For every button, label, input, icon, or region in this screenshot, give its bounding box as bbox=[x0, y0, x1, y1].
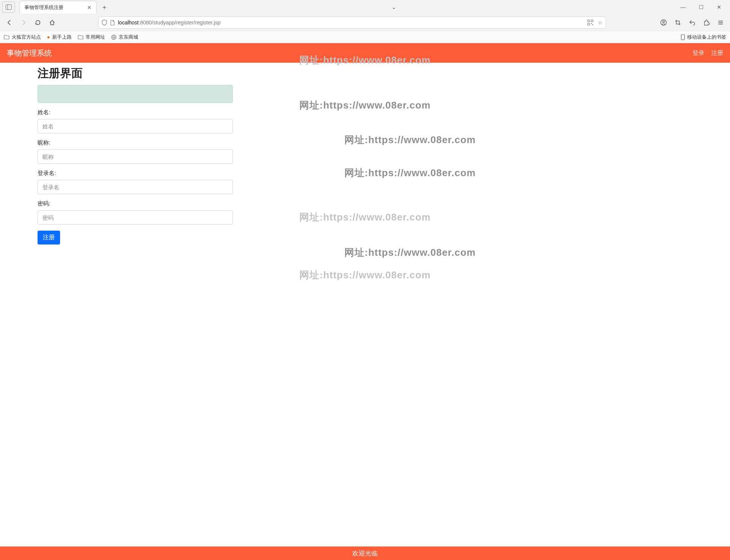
folder-icon bbox=[4, 35, 9, 39]
titlebar: 事物管理系统注册 ✕ ＋ ⌄ — ☐ ✕ bbox=[0, 0, 730, 14]
qr-icon[interactable] bbox=[587, 20, 593, 26]
tab-close-icon[interactable]: ✕ bbox=[87, 5, 92, 11]
page-icon bbox=[110, 20, 115, 26]
bookmark-label: 火狐官方站点 bbox=[12, 34, 41, 41]
name-input[interactable] bbox=[38, 119, 233, 133]
svg-rect-3 bbox=[591, 20, 593, 22]
svg-point-8 bbox=[663, 21, 665, 23]
footer-text: 欢迎光临 bbox=[352, 549, 378, 558]
forward-button[interactable] bbox=[18, 17, 29, 28]
bookmarks-bar: 火狐官方站点 ● 新手上路 常用网址 京东商城 移动设备上的书签 bbox=[0, 31, 730, 43]
bookmark-label: 常用网址 bbox=[86, 34, 105, 41]
page-title: 注册界面 bbox=[38, 66, 233, 81]
address-text: localhost:8080/studyapp/register/registe… bbox=[118, 20, 584, 26]
name-label: 姓名: bbox=[38, 109, 233, 116]
back-button[interactable] bbox=[4, 17, 15, 28]
form-container: 注册界面 姓名: 昵称: 登录名: 密码: 注册 bbox=[38, 63, 233, 245]
bookmark-label: 京东商城 bbox=[119, 34, 138, 41]
nickname-input[interactable] bbox=[38, 149, 233, 164]
bookmark-star-icon[interactable]: ☆ bbox=[598, 20, 603, 26]
svg-rect-0 bbox=[6, 5, 12, 10]
svg-rect-6 bbox=[592, 24, 593, 25]
bookmark-item[interactable]: ● 新手上路 bbox=[47, 34, 72, 41]
maximize-button[interactable]: ☐ bbox=[695, 4, 707, 10]
firefox-icon: ● bbox=[47, 34, 50, 40]
tab-title: 事物管理系统注册 bbox=[24, 4, 83, 11]
site-footer: 欢迎光临 bbox=[0, 546, 730, 560]
bookmark-label: 移动设备上的书签 bbox=[687, 34, 726, 41]
svg-rect-5 bbox=[591, 23, 592, 24]
bookmark-folder[interactable]: 常用网址 bbox=[78, 34, 105, 41]
bookmark-mobile[interactable]: 移动设备上的书签 bbox=[681, 34, 726, 41]
bookmark-folder[interactable]: 火狐官方站点 bbox=[4, 34, 41, 41]
account-icon[interactable] bbox=[658, 17, 669, 28]
svg-point-14 bbox=[683, 39, 683, 39]
nav-link-register[interactable]: 注册 bbox=[711, 49, 723, 57]
page-content: 事物管理系统 登录 注册 网址:https://www.08er.com 网址:… bbox=[0, 43, 730, 560]
extensions-icon[interactable] bbox=[701, 17, 712, 28]
nav-toolbar: localhost:8080/studyapp/register/registe… bbox=[0, 14, 730, 31]
bookmark-item[interactable]: 京东商城 bbox=[111, 34, 138, 41]
password-label: 密码: bbox=[38, 200, 233, 207]
home-button[interactable] bbox=[47, 17, 58, 28]
submit-button[interactable]: 注册 bbox=[38, 231, 60, 245]
globe-icon bbox=[111, 35, 116, 40]
new-tab-button[interactable]: ＋ bbox=[99, 3, 110, 12]
svg-rect-2 bbox=[588, 20, 590, 22]
reload-button[interactable] bbox=[32, 17, 44, 28]
browser-tab[interactable]: 事物管理系统注册 ✕ bbox=[20, 1, 97, 14]
shield-icon bbox=[102, 20, 107, 26]
mobile-icon bbox=[681, 34, 685, 40]
minimize-button[interactable]: — bbox=[677, 4, 689, 10]
address-bar[interactable]: localhost:8080/studyapp/register/registe… bbox=[98, 17, 606, 29]
app-menu-icon[interactable] bbox=[715, 17, 726, 28]
sidebar-toggle-button[interactable] bbox=[2, 2, 15, 13]
login-input[interactable] bbox=[38, 180, 233, 194]
password-input[interactable] bbox=[38, 210, 233, 225]
site-brand: 事物管理系统 bbox=[7, 48, 52, 58]
svg-rect-4 bbox=[588, 23, 590, 25]
nav-link-login[interactable]: 登录 bbox=[692, 49, 704, 57]
folder-icon bbox=[78, 35, 83, 39]
nickname-label: 昵称: bbox=[38, 139, 233, 146]
alert-success bbox=[38, 85, 233, 103]
tabs-dropdown-icon[interactable]: ⌄ bbox=[388, 4, 400, 10]
undo-icon[interactable] bbox=[686, 17, 698, 28]
close-window-button[interactable]: ✕ bbox=[713, 4, 725, 10]
login-label: 登录名: bbox=[38, 170, 233, 177]
window-controls: — ☐ ✕ bbox=[677, 4, 728, 10]
crop-icon[interactable] bbox=[672, 17, 683, 28]
browser-chrome: 事物管理系统注册 ✕ ＋ ⌄ — ☐ ✕ bbox=[0, 0, 730, 43]
site-navbar: 事物管理系统 登录 注册 bbox=[0, 43, 730, 63]
register-form: 姓名: 昵称: 登录名: 密码: 注册 bbox=[38, 109, 233, 245]
bookmark-label: 新手上路 bbox=[52, 34, 72, 41]
